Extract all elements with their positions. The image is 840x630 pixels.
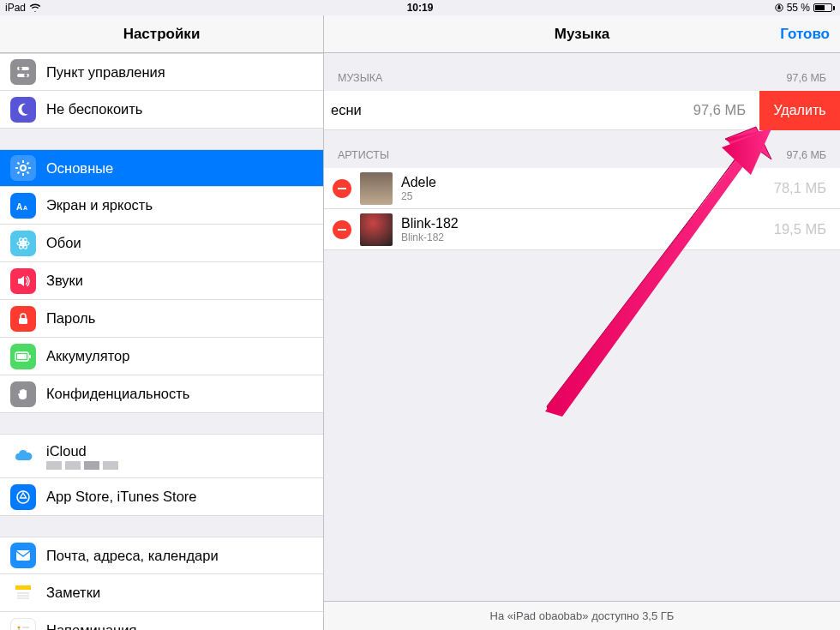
svg-point-31: [18, 626, 21, 628]
cloud-icon: [10, 443, 36, 469]
sidebar-item-label: Пароль: [46, 310, 95, 327]
svg-line-10: [18, 163, 20, 165]
toggles-icon: [10, 59, 36, 85]
svg-line-13: [27, 163, 29, 165]
sidebar-item-icloud[interactable]: iCloud: [0, 434, 323, 478]
clock: 10:19: [0, 2, 840, 14]
svg-rect-27: [15, 585, 31, 590]
sidebar-item-label: App Store, iTunes Store: [46, 489, 196, 505]
sidebar-item-sounds[interactable]: Звуки: [0, 262, 323, 300]
sidebar-item-passcode[interactable]: Пароль: [0, 300, 323, 338]
sidebar-item-label: Не беспокоить: [46, 101, 142, 117]
section-header-music: МУЗЫКА 97,6 МБ: [324, 53, 840, 91]
sidebar-item-label: Обои: [46, 235, 81, 251]
sidebar-title: Настройки: [123, 26, 201, 43]
svg-rect-20: [19, 318, 27, 324]
sidebar-item-label: Почта, адреса, календари: [46, 548, 219, 564]
sidebar-item-general[interactable]: Основные: [0, 149, 323, 187]
svg-rect-25: [16, 550, 30, 561]
songs-row[interactable]: есни 97,6 МБ Удалить: [324, 91, 840, 130]
songs-size: 97,6 МБ: [693, 102, 759, 118]
sidebar-item-reminders[interactable]: Напоминания: [0, 612, 323, 630]
sidebar-item-label: Основные: [46, 160, 113, 177]
sidebar-item-label: Напоминания: [46, 622, 136, 630]
status-bar: iPad 10:19 55 %: [0, 0, 840, 15]
detail-title: Музыка: [555, 26, 609, 43]
svg-point-5: [21, 165, 26, 171]
battery-icon: [813, 3, 835, 12]
section-header-artists: АРТИСТЫ 97,6 МБ: [324, 130, 840, 168]
speaker-icon: [10, 268, 36, 294]
svg-text:A: A: [16, 202, 22, 212]
section-header-size: 97,6 МБ: [787, 72, 826, 84]
sidebar-item-battery[interactable]: Аккумулятор: [0, 338, 323, 375]
detail-navbar: Музыка Готово: [324, 15, 840, 53]
sidebar-item-label: iCloud: [46, 443, 118, 459]
svg-line-11: [27, 172, 29, 174]
moon-icon: [10, 97, 36, 123]
artist-name: Adele: [401, 175, 436, 190]
section-header-label: МУЗЫКА: [338, 72, 382, 84]
hand-icon: [10, 381, 36, 407]
remove-artist-button[interactable]: [333, 220, 351, 239]
sidebar-item-notes[interactable]: Заметки: [0, 574, 323, 612]
sidebar-item-display[interactable]: AA Экран и яркость: [0, 187, 323, 225]
sidebar-item-appstore[interactable]: App Store, iTunes Store: [0, 478, 323, 516]
settings-sidebar: Настройки Пункт управления Не беспокоить: [0, 15, 324, 630]
artist-row[interactable]: Blink-182 Blink-182 19,5 МБ: [324, 209, 840, 250]
section-header-size: 97,6 МБ: [787, 149, 826, 161]
sidebar-item-label: Конфиденциальность: [46, 386, 189, 402]
remove-artist-button[interactable]: [333, 179, 351, 198]
textsize-icon: AA: [10, 193, 36, 219]
sidebar-item-do-not-disturb[interactable]: Не беспокоить: [0, 91, 323, 129]
icloud-sub-bar: [46, 461, 118, 470]
storage-footer: На «iPad obaobab» доступно 3,5 ГБ: [324, 601, 840, 630]
svg-line-12: [18, 172, 20, 174]
artist-row[interactable]: Adele 25 78,1 МБ: [324, 168, 840, 209]
section-header-label: АРТИСТЫ: [338, 149, 389, 161]
sidebar-item-label: Пункт управления: [46, 64, 165, 81]
sidebar-item-mail[interactable]: Почта, адреса, календари: [0, 537, 323, 574]
detail-pane: Музыка Готово МУЗЫКА 97,6 МБ есни 97,6 М…: [324, 15, 840, 630]
artist-subtitle: Blink-182: [401, 231, 459, 243]
artist-size: 19,5 МБ: [774, 221, 840, 237]
sidebar-navbar: Настройки: [0, 15, 323, 53]
sidebar-item-privacy[interactable]: Конфиденциальность: [0, 375, 323, 413]
sidebar-item-label: Заметки: [46, 585, 100, 601]
sidebar-item-label: Аккумулятор: [46, 348, 129, 364]
battery-icon: [10, 344, 36, 369]
artist-thumbnail: [360, 172, 393, 205]
svg-rect-22: [29, 355, 31, 358]
svg-rect-23: [17, 354, 27, 359]
flower-icon: [10, 231, 36, 256]
sidebar-item-wallpaper[interactable]: Обои: [0, 225, 323, 262]
sidebar-item-label: Экран и яркость: [46, 197, 153, 213]
notes-icon: [10, 580, 36, 606]
lock-icon: [10, 306, 36, 332]
done-button[interactable]: Готово: [780, 26, 830, 43]
appstore-icon: [10, 484, 36, 510]
artist-name: Blink-182: [401, 216, 459, 231]
mail-icon: [10, 543, 36, 568]
artist-thumbnail: [360, 213, 393, 246]
songs-label: есни: [324, 102, 362, 118]
sidebar-item-control-center[interactable]: Пункт управления: [0, 53, 323, 91]
svg-point-2: [19, 67, 22, 70]
artist-size: 78,1 МБ: [774, 180, 840, 196]
sidebar-item-label: Звуки: [46, 273, 83, 289]
svg-text:A: A: [23, 205, 27, 211]
gear-icon: [10, 155, 36, 181]
delete-button[interactable]: Удалить: [759, 91, 840, 130]
reminders-icon: [10, 618, 36, 631]
artist-subtitle: 25: [401, 190, 436, 202]
svg-point-4: [24, 74, 27, 77]
